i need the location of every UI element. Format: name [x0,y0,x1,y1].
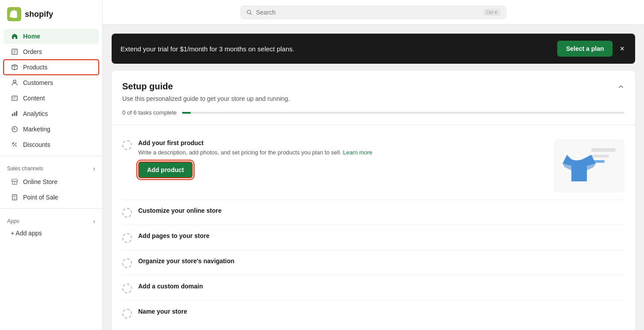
sidebar-item-discounts[interactable]: Discounts [4,137,99,152]
sidebar: shopify Home Orders Products [0,0,103,330]
apps-expand-icon[interactable]: › [93,218,95,225]
sidebar-item-orders[interactable]: Orders [4,44,99,59]
task-item-add-pages[interactable]: Add pages to your store [122,225,625,250]
sales-channels-label: Sales channels [7,165,43,172]
logo-area: shopify [0,0,102,25]
task-content-organize-nav: Organize your store's navigation [138,257,625,266]
task-title-organize-nav: Organize your store's navigation [138,257,625,265]
sidebar-item-home-label: Home [23,33,40,40]
task-item-customize-store[interactable]: Customize your online store [122,200,625,225]
banner-actions: Select a plan × [557,41,626,57]
logo-text: shopify [25,10,53,19]
sidebar-item-analytics-label: Analytics [23,110,48,117]
product-illustration [554,139,625,192]
content-area: Extend your trial for $1/month for 3 mon… [103,25,644,330]
svg-rect-15 [591,155,609,157]
sidebar-item-customers[interactable]: Customers [4,75,99,90]
store-icon [11,178,19,186]
sidebar-item-content-label: Content [23,95,45,102]
task-content-customize-store: Customize your online store [138,207,625,216]
pos-icon [11,193,19,201]
sidebar-item-discounts-label: Discounts [23,141,50,148]
search-input[interactable] [256,9,480,16]
task-circle-add-pages [122,233,132,243]
trial-banner: Extend your trial for $1/month for 3 mon… [112,34,635,64]
svg-rect-9 [14,182,16,184]
orders-icon [11,48,19,56]
sidebar-item-content[interactable]: Content [4,91,99,106]
progress-bar-outer [182,112,625,114]
marketing-icon [11,125,19,133]
task-circle-organize-nav [122,258,132,268]
task-content-add-pages: Add pages to your store [138,232,625,241]
task-item-add-domain[interactable]: Add a custom domain [122,276,625,301]
add-apps-item[interactable]: + Add apps [4,227,99,239]
setup-guide-header: Setup guide [122,81,625,92]
task-item-organize-nav[interactable]: Organize your store's navigation [122,250,625,276]
task-content-name-store: Name your store [138,308,625,317]
task-title-name-store: Name your store [138,308,625,315]
sales-channels-expand-icon[interactable]: › [93,165,95,172]
analytics-icon [11,110,19,118]
search-shortcut: Ctrl K [483,9,501,16]
banner-close-button[interactable]: × [618,42,626,55]
chevron-up-icon [617,83,625,90]
svg-point-5 [14,129,16,130]
task-title-customize-store: Customize your online store [138,207,625,214]
task-list: Add your first product Write a descripti… [122,132,625,326]
search-bar-container[interactable]: Ctrl K [241,6,506,19]
products-icon [11,63,19,71]
discounts-icon [11,141,19,149]
task-circle-customize-store [122,208,132,218]
progress-label: 0 of 6 tasks complete [122,109,177,116]
setup-guide: Setup guide Use this personalized guide … [112,71,635,330]
main-area: Ctrl K Extend your trial for $1/month fo… [103,0,644,330]
apps-header: Apps › [0,212,102,226]
setup-guide-subtitle: Use this personalized guide to get your … [122,95,625,102]
task-circle-name-store [122,309,132,318]
sidebar-item-marketing-label: Marketing [23,126,50,133]
task-content-add-first-product: Add your first product Write a descripti… [138,139,547,178]
svg-point-2 [13,80,16,83]
setup-guide-title: Setup guide [122,81,173,92]
content-icon [11,94,19,102]
svg-rect-11 [13,196,16,197]
task-item-add-first-product: Add your first product Write a descripti… [122,132,625,200]
sidebar-item-online-store-label: Online Store [23,178,58,185]
sidebar-item-home[interactable]: Home [4,29,99,44]
topbar: Ctrl K [103,0,644,25]
sidebar-item-point-of-sale[interactable]: Point of Sale [4,190,99,205]
sidebar-item-products[interactable]: Products [4,60,99,75]
progress-bar-inner [182,112,191,114]
search-icon [246,9,252,15]
task-content-add-domain: Add a custom domain [138,283,625,292]
progress-row: 0 of 6 tasks complete [122,109,625,116]
sidebar-item-online-store[interactable]: Online Store [4,174,99,189]
add-apps-label: + Add apps [11,230,42,237]
task-title-add-domain: Add a custom domain [138,283,625,290]
guide-divider [112,125,635,125]
task-item-name-store[interactable]: Name your store [122,301,625,326]
sales-channels-header: Sales channels › [0,160,102,174]
sidebar-item-marketing[interactable]: Marketing [4,122,99,137]
select-plan-button[interactable]: Select a plan [557,41,613,57]
banner-text: Extend your trial for $1/month for 3 mon… [120,45,295,53]
sidebar-divider [0,156,102,156]
task-circle-add-domain [122,284,132,293]
task-title-add-pages: Add pages to your store [138,232,625,239]
task-title-add-first-product: Add your first product [138,139,547,146]
setup-guide-collapse-button[interactable] [617,83,625,90]
sidebar-item-products-label: Products [23,64,47,71]
add-product-button[interactable]: Add product [138,161,193,178]
svg-point-7 [16,146,17,147]
sidebar-item-analytics[interactable]: Analytics [4,106,99,121]
sidebar-item-customers-label: Customers [23,79,53,86]
task-learn-more-link[interactable]: Learn more [343,149,372,156]
svg-rect-3 [12,96,17,100]
svg-rect-14 [591,148,616,152]
tshirt-svg [558,142,620,190]
sidebar-item-orders-label: Orders [23,48,42,55]
task-circle-add-first-product [122,140,132,150]
sidebar-divider-2 [0,208,102,209]
shopify-logo-icon [7,7,21,21]
